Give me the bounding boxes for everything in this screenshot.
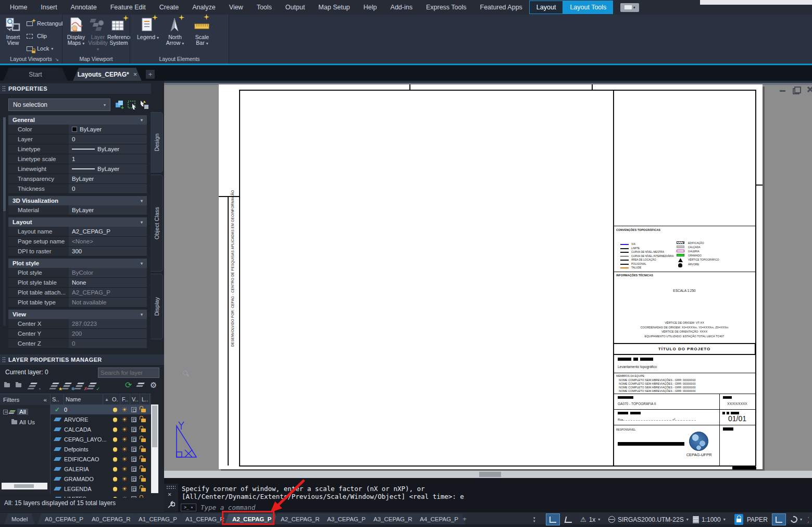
- property-value[interactable]: A2_CEPAG_P: [69, 288, 147, 298]
- layer-list-scrollbar[interactable]: [151, 405, 158, 493]
- group-label-map-viewport[interactable]: Map Viewport: [63, 56, 130, 62]
- property-value[interactable]: ByLayer: [69, 144, 147, 154]
- insert-view-button[interactable]: Insert View: [2, 17, 24, 46]
- menu-map-setup[interactable]: Map Setup: [311, 1, 356, 14]
- filter-all[interactable]: All: [3, 409, 28, 415]
- dynamic-ucs-button[interactable]: [561, 513, 576, 525]
- select-objects-icon[interactable]: [127, 100, 138, 110]
- layer-lock-icon[interactable]: [141, 438, 146, 442]
- isolate-objects-button[interactable]: [804, 513, 812, 525]
- layout-tab[interactable]: A0_CEPAG_R: [84, 513, 138, 524]
- new-drawing-button[interactable]: +: [146, 70, 155, 79]
- layer-visibility-button[interactable]: Layer Visibility ▾: [86, 17, 109, 52]
- pickadd-toggle-icon[interactable]: +: [115, 100, 126, 110]
- palette-grip-icon[interactable]: [2, 357, 6, 363]
- layer-lock-icon[interactable]: [141, 409, 146, 412]
- layer-row[interactable]: ARVORE☀: [51, 414, 151, 424]
- paper-model-toggle[interactable]: PAPER: [744, 513, 771, 525]
- menu-feature-edit[interactable]: Feature Edit: [104, 1, 153, 14]
- menu-annotate[interactable]: Annotate: [64, 1, 104, 14]
- vp-freeze-icon[interactable]: [131, 437, 136, 442]
- close-window-icon[interactable]: [806, 85, 812, 93]
- menu-insert[interactable]: Insert: [34, 1, 64, 14]
- layer-search-input[interactable]: [98, 370, 183, 376]
- layout-tab[interactable]: A1_CEPAG_P: [131, 513, 184, 524]
- column-name[interactable]: Name: [64, 394, 103, 405]
- rectangular-button[interactable]: Rectangular ▾: [26, 18, 61, 29]
- command-line-grip[interactable]: ✕: [164, 484, 178, 512]
- layer-on-icon[interactable]: [113, 437, 117, 442]
- group-label-layout-elements[interactable]: Layout Elements: [130, 56, 229, 62]
- vp-freeze-icon[interactable]: [131, 486, 136, 492]
- vp-freeze-icon[interactable]: [131, 447, 136, 452]
- layer-lock-icon[interactable]: [141, 478, 146, 482]
- collapse-icon[interactable]: «: [44, 397, 47, 403]
- column-vp-freeze[interactable]: V..: [130, 394, 140, 405]
- column-freeze[interactable]: F..: [120, 394, 130, 405]
- layer-states-manager-icon[interactable]: ▫: [30, 381, 40, 390]
- property-value[interactable]: 287.0223: [69, 319, 147, 329]
- properties-scrollbar[interactable]: [3, 117, 6, 326]
- new-property-filter-icon[interactable]: [3, 381, 13, 390]
- property-value[interactable]: ByColor: [69, 268, 147, 278]
- section-layout[interactable]: Layout▾: [8, 217, 147, 227]
- reference-system-button[interactable]: Reference System: [107, 17, 130, 46]
- north-arrow-button[interactable]: North Arrow ▾: [163, 17, 188, 46]
- menu-view[interactable]: View: [222, 1, 250, 14]
- dialog-launcher-icon[interactable]: ↘: [55, 57, 59, 62]
- display-maps-button[interactable]: Display Maps ▾: [65, 17, 88, 46]
- property-value[interactable]: 0: [69, 184, 147, 194]
- menu-output[interactable]: Output: [279, 1, 312, 14]
- layout-tab[interactable]: A4_CEPAG_P: [413, 513, 466, 524]
- layer-on-icon[interactable]: [113, 497, 117, 498]
- layer-freeze-icon[interactable]: ☀: [122, 496, 128, 498]
- property-value[interactable]: 300: [69, 247, 147, 256]
- layer-freeze-icon[interactable]: ☀: [122, 427, 128, 432]
- property-value[interactable]: Not available: [69, 298, 147, 308]
- palette-grip-icon[interactable]: [2, 85, 6, 92]
- search-icon[interactable]: [183, 371, 188, 375]
- layer-row[interactable]: Defpoints☀: [51, 444, 151, 454]
- new-layout-button[interactable]: +: [460, 514, 469, 523]
- layer-on-icon[interactable]: [113, 418, 117, 422]
- layer-lock-icon[interactable]: [141, 458, 146, 462]
- gear-icon[interactable]: ⚙: [150, 381, 159, 390]
- layer-lock-icon[interactable]: [141, 419, 146, 422]
- annotation-scale-button[interactable]: ⚠ 1x ▾: [577, 513, 603, 525]
- layer-lock-icon[interactable]: [141, 428, 146, 432]
- workspace-switch-button[interactable]: ▾: [788, 513, 805, 525]
- property-value[interactable]: ByLayer: [69, 164, 147, 174]
- new-layer-vp-frozen-icon[interactable]: ❄: [65, 381, 74, 390]
- layer-on-icon[interactable]: [113, 408, 117, 412]
- menu-help[interactable]: Help: [357, 1, 384, 14]
- palette-tab-object-class[interactable]: Object Class: [151, 175, 163, 272]
- ucs-icon-button[interactable]: [772, 513, 786, 525]
- layer-freeze-icon[interactable]: ☀: [122, 417, 128, 422]
- vp-freeze-icon[interactable]: [131, 457, 136, 462]
- layer-lock-icon[interactable]: [141, 448, 146, 452]
- sort-asc-icon[interactable]: ▲: [103, 394, 110, 405]
- column-status[interactable]: S..: [51, 394, 64, 405]
- layer-on-icon[interactable]: [113, 477, 117, 481]
- layout-tab-model[interactable]: Model: [4, 513, 35, 524]
- layout-tab[interactable]: A0_CEPAG_P: [38, 513, 91, 524]
- menu-featured-apps[interactable]: Featured Apps: [473, 1, 529, 14]
- legend-button[interactable]: Legend ▾: [136, 17, 159, 41]
- clip-button[interactable]: Clip: [26, 30, 61, 42]
- layer-on-icon[interactable]: [113, 457, 117, 461]
- property-value[interactable]: ByLayer: [69, 174, 147, 184]
- layer-row[interactable]: CALCADA☀: [51, 424, 151, 434]
- layout-tab[interactable]: A3_CEPAG_R: [366, 513, 420, 524]
- menu-analyze[interactable]: Analyze: [185, 1, 222, 14]
- ribbon-display-options-button[interactable]: ▾: [620, 3, 639, 12]
- property-value[interactable]: 0: [69, 134, 147, 144]
- drawing-canvas[interactable]: DESENVOLVIDO POR: CEPAG - CENTRO DE PESQ…: [164, 81, 812, 484]
- layer-freeze-icon[interactable]: ☀: [122, 457, 128, 462]
- file-tab-start[interactable]: Start: [3, 68, 68, 81]
- vp-freeze-icon[interactable]: [131, 496, 136, 498]
- minimize-icon[interactable]: [779, 85, 787, 93]
- new-group-filter-icon[interactable]: [15, 381, 24, 390]
- layer-lock-icon[interactable]: [141, 468, 146, 472]
- menu-tools[interactable]: Tools: [250, 1, 279, 14]
- menu-home[interactable]: Home: [3, 1, 34, 14]
